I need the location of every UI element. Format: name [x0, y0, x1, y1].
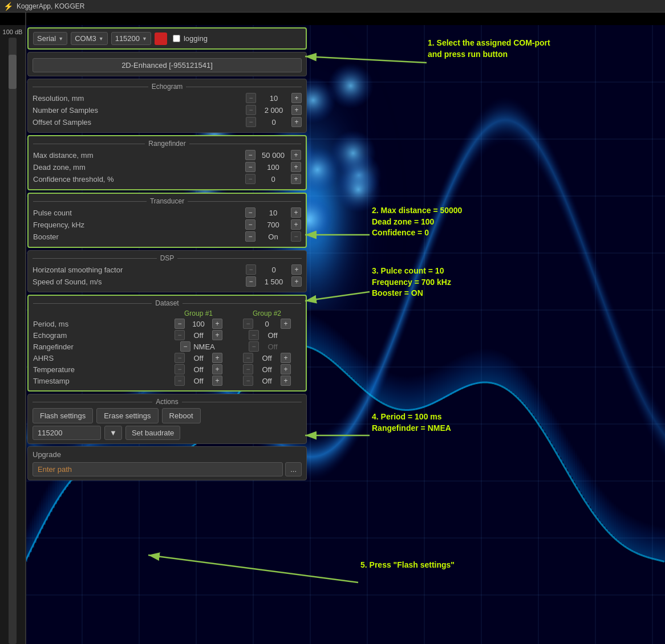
max-dist-plus[interactable]: + [291, 150, 301, 160]
browse-button[interactable]: ... [285, 462, 302, 476]
dataset-g1-value: Off [186, 377, 211, 385]
dead-zone-label: Dead zone, mm [33, 163, 245, 172]
dataset-g1-plus[interactable]: + [212, 353, 222, 363]
sound-speed-controls: − 1 500 + [246, 276, 302, 287]
transducer-header: Transducer [33, 197, 301, 205]
max-dist-controls: − 50 000 + [245, 150, 301, 160]
dataset-row-label: AHRS [33, 354, 164, 362]
dataset-group2: −Off+ [233, 364, 301, 374]
dataset-row: Period, ms−100+−0+ [33, 319, 301, 329]
booster-row: Booster − On − [33, 231, 301, 242]
app-icon: ⚡ [3, 2, 13, 11]
dataset-g2-value: Off [254, 354, 279, 362]
smoothing-value: 0 [258, 266, 290, 274]
resolution-label: Resolution, mm [33, 94, 246, 103]
freq-controls: − 700 + [245, 219, 301, 230]
smoothing-plus[interactable]: + [291, 264, 302, 275]
connection-type-dropdown[interactable]: Serial ▼ [33, 32, 67, 45]
db-top-label: 100 dB [3, 28, 23, 35]
dataset-g1-value: 100 [186, 320, 211, 328]
control-panel: Serial ▼ COM3 ▼ 115200 ▼ logging 2D-Enha… [27, 27, 307, 480]
confidence-plus[interactable]: + [291, 174, 301, 184]
dataset-g2-plus[interactable]: + [281, 353, 291, 363]
pulse-minus[interactable]: − [245, 207, 256, 218]
max-dist-minus[interactable]: − [245, 150, 256, 160]
baudrate-dropdown-button[interactable]: ▼ [104, 426, 122, 440]
max-dist-label: Max distance, mm [33, 151, 245, 160]
logging-checkbox[interactable] [173, 35, 180, 42]
dataset-g1-plus[interactable]: + [212, 364, 222, 374]
smoothing-minus: − [246, 264, 256, 275]
dataset-g1-minus[interactable]: − [175, 319, 185, 329]
dataset-g2-plus[interactable]: + [281, 319, 291, 329]
stop-button[interactable] [155, 32, 167, 45]
dead-zone-plus[interactable]: + [291, 162, 301, 172]
logging-row: logging [173, 34, 208, 43]
dataset-g2-plus[interactable]: + [281, 364, 291, 374]
upgrade-title: Upgrade [33, 450, 302, 459]
dataset-group1: −Off+ [164, 330, 233, 340]
group1-header: Group #1 [164, 309, 233, 317]
dataset-g1-plus[interactable]: + [212, 330, 222, 340]
dataset-group2: −0+ [233, 319, 301, 329]
dsp-header: DSP [33, 254, 302, 262]
resolution-row: Resolution, mm − 10 + [33, 93, 302, 103]
confidence-controls: − 0 + [245, 174, 301, 184]
freq-minus[interactable]: − [245, 219, 256, 230]
db-slider-thumb[interactable] [9, 55, 17, 89]
dataset-g2-value: Off [260, 331, 285, 340]
freq-plus[interactable]: + [291, 219, 301, 230]
dataset-g1-minus[interactable]: − [180, 341, 190, 352]
dataset-g2-minus-gray: − [243, 376, 253, 386]
dataset-g2-minus-gray: − [249, 330, 259, 340]
port-dropdown[interactable]: COM3 ▼ [71, 32, 107, 45]
erase-settings-button[interactable]: Erase settings [96, 408, 158, 423]
dataset-g2-plus[interactable]: + [281, 376, 291, 386]
dataset-row-label: Period, ms [33, 320, 164, 328]
rangefinder-section: Rangefinder Max distance, mm − 50 000 + … [27, 135, 307, 190]
sound-speed-plus[interactable]: + [291, 276, 302, 287]
dsp-title: DSP [160, 254, 175, 262]
echogram-section: Echogram Resolution, mm − 10 + Number of… [27, 79, 307, 133]
dataset-g1-value: Off [186, 365, 211, 374]
baudrate-input[interactable] [33, 426, 101, 440]
dataset-g1-plus[interactable]: + [212, 376, 222, 386]
annotation-4: 4. Period = 100 ms Rangefinder = NMEA [372, 411, 451, 434]
dsp-section: DSP Horizontal smoothing factor − 0 + Sp… [27, 250, 307, 292]
path-input[interactable] [33, 462, 283, 476]
baudrate-arrow: ▼ [142, 36, 147, 42]
sound-speed-minus[interactable]: − [246, 276, 256, 287]
dataset-g1-value: NMEA [192, 343, 217, 351]
samples-plus[interactable]: + [291, 105, 302, 115]
freq-row: Frequency, kHz − 700 + [33, 219, 301, 230]
dataset-g1-plus[interactable]: + [212, 319, 222, 329]
resolution-plus[interactable]: + [291, 93, 302, 103]
booster-minus[interactable]: − [245, 231, 256, 242]
annotation-5: 5. Press "Flash settings" [360, 560, 455, 571]
flash-settings-button[interactable]: Flash settings [33, 408, 93, 423]
dataset-row: AHRS−Off+−Off+ [33, 353, 301, 363]
dataset-group1: −100+ [164, 319, 233, 329]
smoothing-row: Horizontal smoothing factor − 0 + [33, 264, 302, 275]
connection-type-arrow: ▼ [58, 36, 63, 42]
resolution-minus: − [246, 93, 256, 103]
pulse-plus[interactable]: + [291, 207, 301, 218]
dead-zone-minus[interactable]: − [245, 162, 256, 172]
pulse-label: Pulse count [33, 209, 245, 217]
samples-controls: − 2 000 + [246, 105, 302, 115]
samples-label: Number of Samples [33, 106, 246, 115]
dataset-group2: −Off [233, 330, 301, 340]
freq-value: 700 [257, 221, 289, 229]
port-label: COM3 [75, 34, 96, 43]
dataset-group1: −Off+ [164, 376, 233, 386]
offset-plus[interactable]: + [291, 117, 302, 127]
set-baudrate-button[interactable]: Set baudrate [125, 426, 180, 440]
dataset-row: Timestamp−Off+−Off+ [33, 376, 301, 386]
samples-minus: − [246, 105, 256, 115]
sound-speed-label: Speed of Sound, m/s [33, 278, 246, 286]
db-slider[interactable] [9, 38, 17, 644]
profile-button[interactable]: 2D-Enhanced [-955121541] [33, 58, 302, 72]
reboot-button[interactable]: Reboot [162, 408, 201, 423]
max-dist-row: Max distance, mm − 50 000 + [33, 150, 301, 160]
baudrate-dropdown[interactable]: 115200 ▼ [111, 32, 151, 45]
